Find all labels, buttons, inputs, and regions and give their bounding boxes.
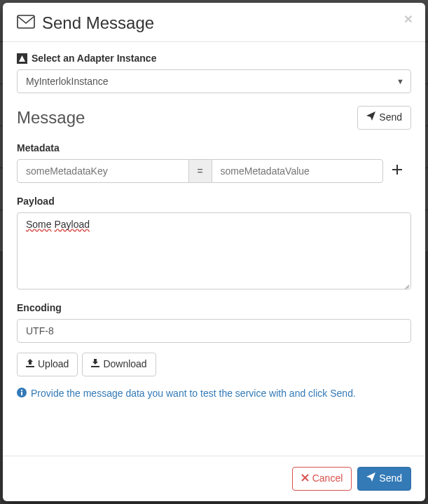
add-metadata-icon[interactable] xyxy=(383,165,411,177)
modal-title-text: Send Message xyxy=(42,13,154,33)
info-icon xyxy=(17,388,27,400)
send-button-top[interactable]: Send xyxy=(357,106,411,130)
download-button-label: Download xyxy=(103,357,146,372)
payload-word-1: Some xyxy=(26,219,52,230)
metadata-value-input[interactable] xyxy=(212,159,384,183)
upload-icon xyxy=(26,357,34,372)
svg-rect-3 xyxy=(21,390,22,391)
adapter-label-text: Select an Adapter Instance xyxy=(32,53,156,64)
resize-handle-icon[interactable] xyxy=(402,280,409,287)
adapter-select-wrap: MyInterlokInstance ▼ xyxy=(17,69,411,93)
download-icon xyxy=(91,357,99,372)
payload-word-2: Payload xyxy=(54,219,90,230)
send-message-modal: Send Message × Select an Adapter Instanc… xyxy=(3,3,425,501)
payload-label: Payload xyxy=(17,196,411,207)
upload-button[interactable]: Upload xyxy=(17,353,78,376)
modal-body: Select an Adapter Instance MyInterlokIns… xyxy=(3,42,425,456)
upload-button-label: Upload xyxy=(38,357,69,372)
envelope-icon xyxy=(17,13,35,33)
cancel-button-label: Cancel xyxy=(312,472,343,486)
paper-plane-icon xyxy=(366,472,375,486)
svg-rect-2 xyxy=(21,392,22,395)
payload-textarea[interactable]: Some Payload xyxy=(17,212,411,290)
modal-footer: Cancel Send xyxy=(3,456,425,501)
paper-plane-icon xyxy=(366,111,375,125)
equals-separator: = xyxy=(189,159,212,183)
encoding-input[interactable] xyxy=(17,319,411,343)
info-line: Provide the message data you want to tes… xyxy=(17,388,411,400)
send-button[interactable]: Send xyxy=(357,467,411,491)
cancel-button[interactable]: Cancel xyxy=(292,467,352,491)
message-heading-row: Message Send xyxy=(17,106,411,130)
message-heading: Message xyxy=(17,108,85,128)
upload-download-row: Upload Download xyxy=(17,353,411,376)
metadata-key-input[interactable] xyxy=(17,159,189,183)
send-button-top-label: Send xyxy=(379,111,402,125)
adapter-icon xyxy=(17,53,27,64)
modal-title: Send Message xyxy=(17,13,154,33)
metadata-row: = xyxy=(17,159,411,183)
svg-rect-0 xyxy=(18,15,34,28)
download-button[interactable]: Download xyxy=(82,353,156,376)
modal-header: Send Message × xyxy=(3,3,425,42)
close-icon[interactable]: × xyxy=(404,11,413,26)
info-text: Provide the message data you want to tes… xyxy=(31,388,356,399)
encoding-label: Encoding xyxy=(17,302,411,313)
send-button-label: Send xyxy=(379,472,402,486)
metadata-label: Metadata xyxy=(17,142,411,154)
x-icon xyxy=(301,472,309,486)
adapter-select[interactable]: MyInterlokInstance xyxy=(17,69,411,93)
adapter-section-label: Select an Adapter Instance xyxy=(17,53,411,64)
